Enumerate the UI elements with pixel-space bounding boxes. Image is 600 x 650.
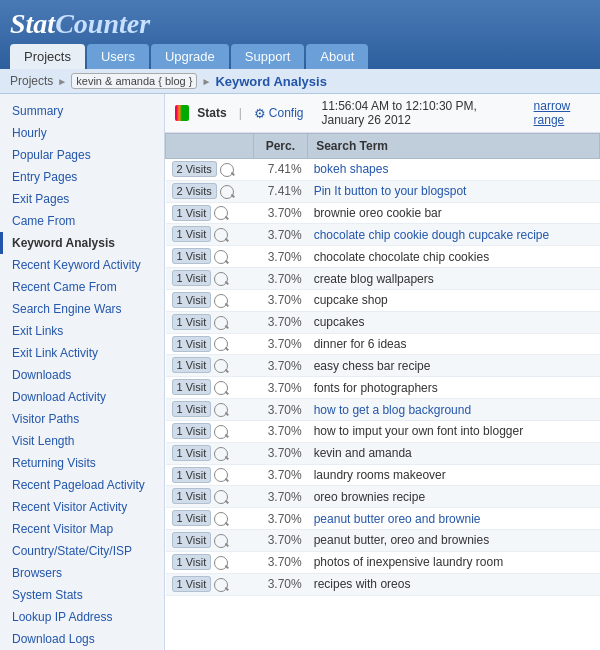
breadcrumb-home[interactable]: Projects <box>10 74 53 88</box>
perc-cell: 3.70% <box>253 508 308 530</box>
table-row: 1 Visit3.70%dinner for 6 ideas <box>166 333 600 355</box>
sidebar-item-recent-keyword[interactable]: Recent Keyword Activity <box>0 254 164 276</box>
visit-badge: 2 Visits <box>172 161 217 177</box>
sidebar-item-summary[interactable]: Summary <box>0 100 164 122</box>
sidebar-item-downloads[interactable]: Downloads <box>0 364 164 386</box>
sidebar-item-browsers[interactable]: Browsers <box>0 562 164 584</box>
table-row: 1 Visit3.70%peanut butter oreo and brown… <box>166 508 600 530</box>
sidebar-item-popular-pages[interactable]: Popular Pages <box>0 144 164 166</box>
col-search-term: Search Term <box>308 134 600 159</box>
table-row: 2 Visits7.41%bokeh shapes <box>166 159 600 181</box>
magnify-icon[interactable] <box>214 316 228 330</box>
sidebar-item-download-logs[interactable]: Download Logs <box>0 628 164 650</box>
visit-badge: 1 Visit <box>172 205 212 221</box>
nav-tab-about[interactable]: About <box>306 44 368 69</box>
toolbar: Stats | ⚙ Config 11:56:04 AM to 12:10:30… <box>165 94 600 133</box>
sidebar-item-exit-pages[interactable]: Exit Pages <box>0 188 164 210</box>
magnify-icon[interactable] <box>214 272 228 286</box>
header: StatCounter Projects Users Upgrade Suppo… <box>0 0 600 69</box>
search-term-cell: brownie oreo cookie bar <box>308 202 600 224</box>
visit-badge: 2 Visits <box>172 183 217 199</box>
magnify-icon[interactable] <box>214 403 228 417</box>
sidebar-item-exit-links[interactable]: Exit Links <box>0 320 164 342</box>
visits-cell: 1 Visit <box>166 420 254 442</box>
config-button[interactable]: ⚙ Config <box>254 106 304 121</box>
nav-tab-projects[interactable]: Projects <box>10 44 85 69</box>
perc-cell: 3.70% <box>253 311 308 333</box>
table-row: 1 Visit3.70%create blog wallpapers <box>166 268 600 290</box>
magnify-icon[interactable] <box>214 337 228 351</box>
breadcrumb: Projects ► kevin & amanda { blog } ► Key… <box>0 69 600 94</box>
search-term-cell: easy chess bar recipe <box>308 355 600 377</box>
magnify-icon[interactable] <box>214 512 228 526</box>
visit-badge: 1 Visit <box>172 379 212 395</box>
magnify-icon[interactable] <box>214 534 228 548</box>
visit-badge: 1 Visit <box>172 292 212 308</box>
table-row: 1 Visit3.70%how to imput your own font i… <box>166 420 600 442</box>
magnify-icon[interactable] <box>214 381 228 395</box>
perc-cell: 3.70% <box>253 420 308 442</box>
sidebar-item-recent-visitor-activity[interactable]: Recent Visitor Activity <box>0 496 164 518</box>
magnify-icon[interactable] <box>214 468 228 482</box>
nav-tab-users[interactable]: Users <box>87 44 149 69</box>
magnify-icon[interactable] <box>214 425 228 439</box>
search-term-cell: photos of inexpensive laundry room <box>308 551 600 573</box>
sidebar-item-recent-visitor-map[interactable]: Recent Visitor Map <box>0 518 164 540</box>
visits-cell: 1 Visit <box>166 246 254 268</box>
magnify-icon[interactable] <box>214 556 228 570</box>
search-term-cell[interactable]: peanut butter oreo and brownie <box>308 508 600 530</box>
sidebar-item-recent-pageload[interactable]: Recent Pageload Activity <box>0 474 164 496</box>
magnify-icon[interactable] <box>214 228 228 242</box>
breadcrumb-project[interactable]: kevin & amanda { blog } <box>71 73 197 89</box>
sidebar-item-system-stats[interactable]: System Stats <box>0 584 164 606</box>
table-row: 1 Visit3.70%kevin and amanda <box>166 442 600 464</box>
table-row: 1 Visit3.70%chocolate chocolate chip coo… <box>166 246 600 268</box>
search-term-cell[interactable]: Pin It button to your blogspot <box>308 180 600 202</box>
magnify-icon[interactable] <box>214 250 228 264</box>
config-label: Config <box>269 106 304 120</box>
sidebar-item-visitor-paths[interactable]: Visitor Paths <box>0 408 164 430</box>
sidebar-item-recent-came-from[interactable]: Recent Came From <box>0 276 164 298</box>
sidebar-item-came-from[interactable]: Came From <box>0 210 164 232</box>
table-row: 1 Visit3.70%easy chess bar recipe <box>166 355 600 377</box>
visits-cell: 1 Visit <box>166 224 254 246</box>
sidebar-item-lookup-ip[interactable]: Lookup IP Address <box>0 606 164 628</box>
magnify-icon[interactable] <box>214 447 228 461</box>
sidebar-item-entry-pages[interactable]: Entry Pages <box>0 166 164 188</box>
perc-cell: 3.70% <box>253 289 308 311</box>
nav-tab-support[interactable]: Support <box>231 44 305 69</box>
perc-cell: 3.70% <box>253 246 308 268</box>
narrow-range-link[interactable]: narrow range <box>534 99 590 127</box>
breadcrumb-arrow-2: ► <box>201 76 211 87</box>
sidebar-item-hourly[interactable]: Hourly <box>0 122 164 144</box>
search-term-cell[interactable]: chocolate chip cookie dough cupcake reci… <box>308 224 600 246</box>
magnify-icon[interactable] <box>214 359 228 373</box>
sidebar-item-download-activity[interactable]: Download Activity <box>0 386 164 408</box>
time-range: 11:56:04 AM to 12:10:30 PM, January 26 2… <box>322 99 520 127</box>
nav-tab-upgrade[interactable]: Upgrade <box>151 44 229 69</box>
sidebar-item-search-engine-wars[interactable]: Search Engine Wars <box>0 298 164 320</box>
visits-cell: 1 Visit <box>166 268 254 290</box>
visit-badge: 1 Visit <box>172 576 212 592</box>
magnify-icon[interactable] <box>220 185 234 199</box>
visits-cell: 1 Visit <box>166 355 254 377</box>
sidebar-item-keyword-analysis[interactable]: Keyword Analysis <box>0 232 164 254</box>
magnify-icon[interactable] <box>220 163 234 177</box>
sidebar-item-exit-link-activity[interactable]: Exit Link Activity <box>0 342 164 364</box>
perc-cell: 3.70% <box>253 530 308 552</box>
table-row: 1 Visit3.70%brownie oreo cookie bar <box>166 202 600 224</box>
visit-badge: 1 Visit <box>172 270 212 286</box>
search-term-cell[interactable]: bokeh shapes <box>308 159 600 181</box>
magnify-icon[interactable] <box>214 294 228 308</box>
sidebar-item-returning-visits[interactable]: Returning Visits <box>0 452 164 474</box>
magnify-icon[interactable] <box>214 490 228 504</box>
perc-cell: 3.70% <box>253 551 308 573</box>
sidebar-item-country[interactable]: Country/State/City/ISP <box>0 540 164 562</box>
magnify-icon[interactable] <box>214 206 228 220</box>
table-row: 1 Visit3.70%photos of inexpensive laundr… <box>166 551 600 573</box>
sidebar-item-visit-length[interactable]: Visit Length <box>0 430 164 452</box>
magnify-icon[interactable] <box>214 578 228 592</box>
search-term-cell[interactable]: how to get a blog background <box>308 399 600 421</box>
perc-cell: 3.70% <box>253 268 308 290</box>
visits-cell: 1 Visit <box>166 311 254 333</box>
